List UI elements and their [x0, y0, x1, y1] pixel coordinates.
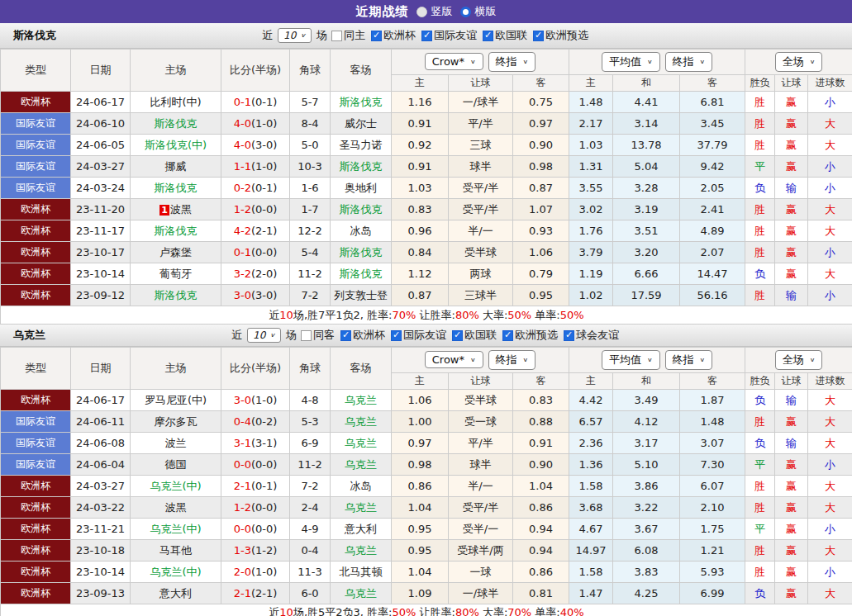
home-team[interactable]: 比利时(中) [150, 96, 201, 108]
home-team[interactable]: 乌克兰(中) [150, 480, 201, 492]
home-team[interactable]: 挪威 [165, 160, 187, 173]
home-team[interactable]: 德国 [165, 458, 187, 471]
section-bar: 斯洛伐克近10∨场同主欧洲杯国际友谊欧国联欧洲预选 [0, 23, 852, 49]
away-team[interactable]: 乌克兰 [345, 544, 377, 557]
summary-segment: 50% [507, 309, 531, 321]
scope-select[interactable]: 全场∨ [775, 350, 823, 370]
same-venue-checkbox[interactable]: 同主 [331, 28, 365, 43]
home-team[interactable]: 斯洛伐克 [155, 289, 198, 301]
league-checkbox[interactable]: 欧洲杯 [340, 328, 385, 343]
result-winlose: 平 [745, 156, 775, 178]
corner-cell: 4-8 [290, 390, 331, 411]
home-team[interactable]: 波兰 [165, 437, 187, 449]
odds-source-select[interactable]: Crow*∨ [425, 351, 483, 368]
away-team[interactable]: 斯洛伐克 [340, 268, 383, 280]
avg-time-select[interactable]: 终指∨ [665, 52, 713, 72]
away-team[interactable]: 列支敦士登 [334, 289, 388, 301]
home-cell: 摩尔多瓦 [131, 411, 221, 433]
full-score: 0-4 [234, 415, 251, 428]
full-score: 3-0 [234, 394, 251, 406]
horizontal-view-label[interactable]: 横版 [475, 4, 497, 19]
home-cell: 斯洛伐克 [131, 113, 221, 135]
away-team[interactable]: 乌克兰 [345, 394, 377, 406]
corner-cell: 6-9 [290, 433, 331, 454]
away-team[interactable]: 乌克兰 [345, 458, 377, 471]
away-team[interactable]: 北马其顿 [340, 566, 383, 578]
home-team[interactable]: 斯洛伐克 [155, 117, 198, 130]
away-team[interactable]: 圣马力诺 [340, 139, 383, 151]
europe-draw-odds: 3.19 [613, 199, 680, 220]
league-checkbox[interactable]: 欧国联 [483, 28, 527, 43]
scope-select[interactable]: 全场∨ [775, 52, 823, 72]
summary-segment: 70% [392, 309, 416, 321]
home-team[interactable]: 乌克兰(中) [150, 523, 201, 535]
avg-time-select[interactable]: 终指∨ [665, 350, 713, 370]
odds-time-select[interactable]: 终指∨ [488, 52, 536, 72]
away-team[interactable]: 冰岛 [350, 480, 372, 492]
result-handicap: 输 [775, 433, 808, 454]
home-team[interactable]: 斯洛伐克 [155, 182, 198, 194]
result-winlose: 胜 [745, 220, 775, 242]
result-handicap: 赢 [775, 540, 808, 562]
sub-header-0: 主 [392, 373, 449, 390]
away-team[interactable]: 斯洛伐克 [340, 160, 383, 173]
home-team[interactable]: 摩尔多瓦 [155, 415, 198, 428]
away-team[interactable]: 意大利 [345, 523, 377, 535]
home-team[interactable]: 马耳他 [159, 544, 192, 557]
half-score: (1-0) [251, 394, 277, 406]
home-team[interactable]: 意大利 [159, 587, 192, 599]
league-type-cell: 欧洲杯 [1, 242, 71, 263]
away-team[interactable]: 冰岛 [350, 225, 372, 237]
home-team[interactable]: 斯洛伐克 [155, 225, 198, 237]
handicap-home-odds: 1.09 [392, 583, 449, 604]
league-checkbox[interactable]: 欧洲预选 [533, 28, 588, 43]
result-winlose: 胜 [745, 242, 775, 263]
full-score: 2-1 [234, 587, 251, 599]
home-cell: 波黑 [131, 497, 221, 519]
same-venue-checkbox[interactable]: 同客 [301, 328, 335, 343]
europe-away-odds: 6.81 [680, 92, 745, 113]
vertical-view-label[interactable]: 竖版 [431, 4, 453, 19]
checkbox-icon [301, 330, 312, 341]
league-checkbox[interactable]: 国际友谊 [391, 328, 446, 343]
result-goals: 大 [808, 540, 852, 562]
away-team[interactable]: 乌克兰 [345, 437, 377, 449]
sub-header-1: 让球 [449, 75, 513, 92]
league-checkbox[interactable]: 欧洲预选 [502, 328, 558, 343]
away-team[interactable]: 斯洛伐克 [340, 203, 383, 216]
away-team[interactable]: 乌克兰 [345, 501, 377, 514]
away-team[interactable]: 斯洛伐克 [340, 246, 383, 258]
odds-source-select[interactable]: Crow*∨ [425, 53, 483, 70]
home-team[interactable]: 波黑 [165, 501, 187, 514]
league-checkbox[interactable]: 欧国联 [452, 328, 497, 343]
home-team[interactable]: 葡萄牙 [159, 268, 192, 280]
handicap-line: 平/半 [449, 113, 513, 135]
date-cell: 23-10-18 [71, 540, 131, 562]
away-team[interactable]: 乌克兰 [345, 415, 377, 428]
corner-cell: 4-9 [290, 519, 331, 540]
away-team[interactable]: 斯洛伐克 [340, 96, 383, 108]
match-count-select[interactable]: 10∨ [278, 28, 312, 43]
header-row-groups: 类型日期主场比分(半场)角球客场Crow*∨终指∨平均值∨终指∨全场∨ [1, 50, 852, 75]
match-count-select[interactable]: 10∨ [247, 328, 281, 343]
home-team[interactable]: 乌克兰(中) [150, 566, 201, 578]
home-team[interactable]: 波黑 [170, 203, 192, 216]
vertical-view-radio[interactable] [416, 7, 427, 17]
avg-source-select[interactable]: 平均值∨ [602, 52, 660, 72]
handicap-away-odds: 0.83 [513, 390, 569, 411]
away-team[interactable]: 威尔士 [345, 117, 377, 130]
home-team[interactable]: 卢森堡 [159, 246, 192, 258]
team-name: 乌克兰 [13, 328, 45, 343]
away-team[interactable]: 奥地利 [345, 182, 377, 194]
odds-time-select[interactable]: 终指∨ [488, 350, 536, 370]
home-team[interactable]: 罗马尼亚(中) [145, 394, 207, 406]
league-checkbox[interactable]: 球会友谊 [564, 328, 619, 343]
date-cell: 23-11-17 [71, 220, 131, 242]
away-team[interactable]: 乌克兰 [345, 587, 377, 599]
league-checkbox[interactable]: 欧洲杯 [371, 28, 416, 43]
horizontal-view-radio[interactable] [460, 7, 471, 17]
avg-source-select[interactable]: 平均值∨ [602, 350, 660, 370]
league-checkbox[interactable]: 国际友谊 [421, 28, 477, 43]
home-team[interactable]: 斯洛伐克(中) [145, 139, 207, 151]
handicap-line: 两球 [449, 263, 513, 285]
